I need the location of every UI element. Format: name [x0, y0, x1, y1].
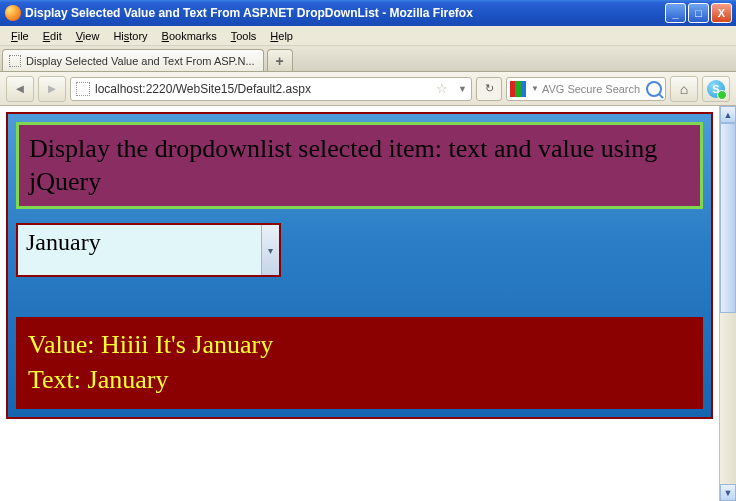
avg-search-icon: [510, 81, 526, 97]
page-content: Display the dropdownlist selected item: …: [0, 106, 719, 501]
dropdown-row: January ▾: [16, 223, 703, 277]
menu-tools[interactable]: Tools: [224, 28, 264, 44]
window-titlebar: Display Selected Value and Text From ASP…: [0, 0, 736, 26]
url-input[interactable]: [95, 82, 430, 96]
menu-bookmarks[interactable]: Bookmarks: [155, 28, 224, 44]
site-identity-icon[interactable]: [76, 82, 90, 96]
page-heading: Display the dropdownlist selected item: …: [16, 122, 703, 209]
result-text-label: Text:: [28, 365, 81, 394]
address-dropdown-icon[interactable]: ▼: [458, 84, 467, 94]
search-go-icon[interactable]: [646, 81, 662, 97]
menu-view[interactable]: View: [69, 28, 107, 44]
result-value-line: Value: Hiiii It's January: [28, 327, 691, 362]
menu-file[interactable]: File: [4, 28, 36, 44]
result-value: Hiiii It's January: [101, 330, 273, 359]
firefox-icon: [5, 5, 21, 21]
tab-favicon-placeholder: [9, 55, 21, 67]
menu-help[interactable]: Help: [263, 28, 300, 44]
result-panel: Value: Hiiii It's January Text: January: [16, 317, 703, 409]
search-placeholder: AVG Secure Search: [542, 83, 646, 95]
menu-bar: File Edit View History Bookmarks Tools H…: [0, 26, 736, 46]
back-button[interactable]: ◄: [6, 76, 34, 102]
maximize-button[interactable]: □: [688, 3, 709, 23]
bookmark-star-icon[interactable]: ☆: [436, 81, 448, 96]
menu-history[interactable]: History: [106, 28, 154, 44]
skype-icon: S: [707, 80, 725, 98]
tab-strip: Display Selected Value and Text From ASP…: [0, 46, 736, 72]
address-bar[interactable]: ☆ ▼: [70, 77, 472, 101]
home-button[interactable]: ⌂: [670, 76, 698, 102]
browser-tab[interactable]: Display Selected Value and Text From ASP…: [2, 49, 264, 71]
reload-button[interactable]: ↻: [476, 77, 502, 101]
tab-label: Display Selected Value and Text From ASP…: [26, 55, 255, 67]
dropdown-arrow-icon[interactable]: ▾: [261, 225, 279, 275]
scroll-thumb[interactable]: [720, 123, 736, 313]
scroll-track[interactable]: [720, 123, 736, 484]
minimize-button[interactable]: _: [665, 3, 686, 23]
scroll-down-button[interactable]: ▼: [720, 484, 736, 501]
menu-edit[interactable]: Edit: [36, 28, 69, 44]
scroll-up-button[interactable]: ▲: [720, 106, 736, 123]
forward-button[interactable]: ►: [38, 76, 66, 102]
search-bar[interactable]: ▼ AVG Secure Search: [506, 77, 666, 101]
close-button[interactable]: X: [711, 3, 732, 23]
dropdown-selected-text: January: [18, 225, 261, 275]
window-title: Display Selected Value and Text From ASP…: [25, 6, 665, 20]
search-dropdown-icon[interactable]: ▼: [531, 84, 539, 93]
result-text: January: [88, 365, 169, 394]
vertical-scrollbar[interactable]: ▲ ▼: [719, 106, 736, 501]
month-dropdown[interactable]: January ▾: [16, 223, 281, 277]
new-tab-button[interactable]: +: [267, 49, 293, 71]
content-panel: Display the dropdownlist selected item: …: [6, 112, 713, 419]
skype-button[interactable]: S: [702, 76, 730, 102]
home-icon: ⌂: [680, 81, 688, 97]
result-text-line: Text: January: [28, 362, 691, 397]
navigation-toolbar: ◄ ► ☆ ▼ ↻ ▼ AVG Secure Search ⌂ S: [0, 72, 736, 106]
result-value-label: Value:: [28, 330, 94, 359]
browser-viewport: Display the dropdownlist selected item: …: [0, 106, 736, 501]
